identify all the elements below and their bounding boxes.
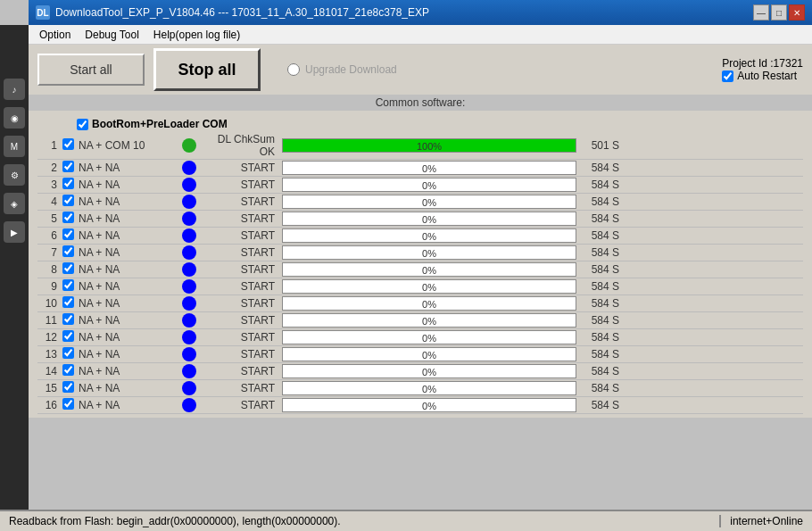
progress-bar: 0%: [282, 381, 576, 395]
menu-item-debug[interactable]: Debug Tool: [78, 27, 146, 43]
table-row: 8 NA + NA START 0% 584 S: [37, 261, 803, 278]
row-port: NA + NA: [79, 348, 177, 361]
row-status: START: [202, 178, 282, 191]
status-left: Readback from Flash: begin_addr(0x000000…: [0, 515, 719, 527]
row-dot: [177, 381, 202, 395]
progress-bar: 0%: [282, 161, 576, 175]
row-dot: [177, 161, 202, 175]
status-bar: Readback from Flash: begin_addr(0x000000…: [0, 510, 812, 531]
row-status: START: [202, 263, 282, 276]
sidebar-icon-2[interactable]: ◉: [4, 107, 25, 129]
table-row: 14 NA + NA START 0% 584 S: [37, 363, 803, 380]
row-checkbox[interactable]: [62, 330, 74, 342]
auto-restart-row: Auto Restart: [722, 70, 803, 82]
row-checkbox[interactable]: [62, 296, 74, 308]
sidebar-icon-5[interactable]: ◈: [4, 193, 25, 214]
progress-text: 0%: [283, 399, 576, 412]
progress-text: 0%: [283, 229, 576, 243]
table-row: 7 NA + NA START 0% 584 S: [37, 245, 803, 261]
row-status: START: [202, 212, 282, 225]
progress-text: 0%: [283, 314, 576, 328]
row-time: 584 S: [576, 382, 619, 394]
row-time: 584 S: [576, 162, 619, 174]
row-checkbox[interactable]: [62, 364, 74, 376]
row-dot: [177, 347, 202, 361]
row-dot: [177, 195, 202, 209]
row-status: START: [202, 399, 282, 411]
row-checkbox[interactable]: [62, 313, 74, 325]
row-checkbox[interactable]: [62, 245, 74, 257]
row-time: 584 S: [576, 314, 619, 327]
status-dot: [182, 347, 196, 361]
upgrade-section: Upgrade Download: [287, 63, 397, 76]
row-checkbox-cell: [62, 161, 79, 175]
row-checkbox[interactable]: [62, 347, 74, 359]
row-port: NA + NA: [79, 297, 177, 310]
row-port: NA + NA: [79, 399, 177, 411]
upgrade-radio[interactable]: [287, 63, 300, 76]
status-dot: [182, 245, 196, 260]
row-num: 12: [37, 331, 62, 344]
sidebar-icon-6[interactable]: ▶: [4, 221, 25, 243]
sidebar-icon-1[interactable]: ♪: [4, 79, 25, 100]
row-port: NA + NA: [79, 195, 177, 208]
row-checkbox[interactable]: [62, 279, 74, 291]
row-checkbox-cell: [62, 330, 79, 344]
row-checkbox-cell: [62, 313, 79, 328]
progress-text: 0%: [283, 348, 576, 361]
table-row: 6 NA + NA START 0% 584 S: [37, 228, 803, 245]
menu-item-help[interactable]: Help(open log file): [146, 27, 247, 43]
title-bar: DL DownloadTool_EXP_P_V1804.46 --- 17031…: [29, 0, 812, 25]
row-checkbox[interactable]: [62, 161, 74, 172]
progress-bar: 0%: [282, 296, 576, 311]
row-dot: [177, 228, 202, 243]
sidebar-icon-4[interactable]: ⚙: [4, 164, 25, 186]
progress-bar: 0%: [282, 279, 576, 294]
row-dot: [177, 330, 202, 344]
maximize-button[interactable]: □: [771, 4, 787, 21]
start-all-button[interactable]: Start all: [37, 54, 145, 86]
row-num: 7: [37, 246, 62, 259]
row-checkbox[interactable]: [62, 195, 74, 206]
row-port: NA + NA: [79, 178, 177, 191]
progress-text: 0%: [283, 331, 576, 344]
row-num: 4: [37, 195, 62, 208]
menu-bar: Option Debug Tool Help(open log file): [29, 25, 812, 45]
row-checkbox-cell: [62, 279, 79, 294]
row-port: NA + NA: [79, 212, 177, 225]
progress-text: 0%: [283, 382, 576, 395]
status-dot: [182, 212, 196, 226]
status-right: internet+Online: [719, 515, 812, 527]
row-time: 501 S: [576, 139, 619, 152]
menu-item-option[interactable]: Option: [32, 27, 78, 43]
project-section: Project Id :17321 Auto Restart: [722, 57, 803, 82]
row-num: 5: [37, 212, 62, 225]
row-port: NA + NA: [79, 314, 177, 327]
row-status: START: [202, 382, 282, 394]
row-port: NA + COM 10: [79, 139, 177, 152]
row-checkbox[interactable]: [62, 212, 74, 223]
row-checkbox[interactable]: [62, 138, 74, 150]
row-port: NA + NA: [79, 365, 177, 378]
stop-all-button[interactable]: Stop all: [153, 48, 261, 91]
row-status: START: [202, 348, 282, 361]
row-checkbox[interactable]: [62, 381, 74, 393]
row-num: 2: [37, 162, 62, 174]
auto-restart-checkbox[interactable]: [722, 71, 733, 82]
row-num: 14: [37, 365, 62, 378]
row-checkbox[interactable]: [62, 262, 74, 274]
progress-bar: 0%: [282, 178, 576, 192]
close-button[interactable]: ✕: [789, 4, 805, 21]
bootrom-checkbox[interactable]: [77, 119, 88, 130]
row-checkbox[interactable]: [62, 398, 74, 410]
row-checkbox[interactable]: [62, 228, 74, 240]
rows-container: 1 NA + COM 10 DL ChkSum OK 100% 501 S 2 …: [37, 132, 803, 414]
row-checkbox[interactable]: [62, 178, 74, 189]
common-software-label: Common software:: [29, 96, 812, 109]
row-num: 11: [37, 314, 62, 327]
sidebar-icon-3[interactable]: M: [4, 136, 25, 157]
row-status: START: [202, 314, 282, 327]
minimize-button[interactable]: —: [753, 4, 769, 21]
progress-bar: 0%: [282, 398, 576, 412]
status-dot: [182, 178, 196, 192]
